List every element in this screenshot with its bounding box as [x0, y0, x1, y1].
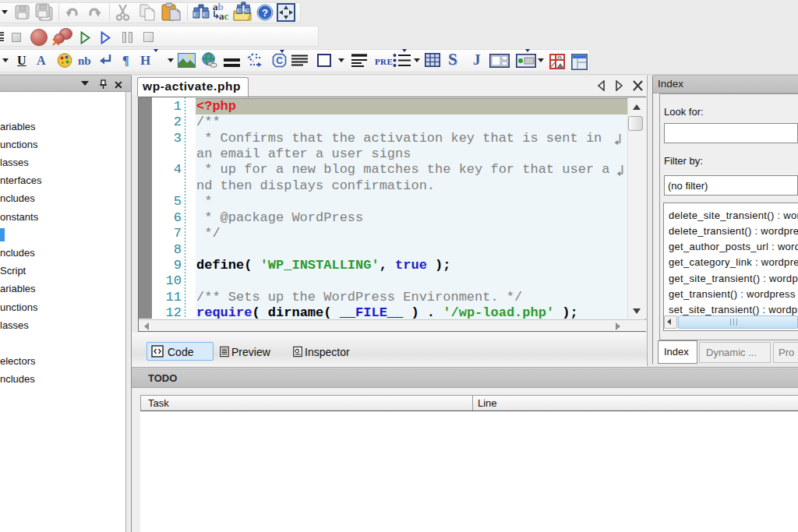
- svg-text:C: C: [276, 55, 283, 66]
- svg-text:?: ?: [262, 7, 268, 19]
